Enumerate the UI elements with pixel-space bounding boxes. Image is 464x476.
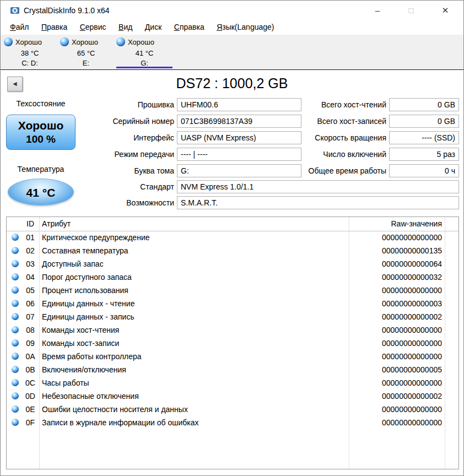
smart-row[interactable]: 07 Единицы данных - запись 0000000000000… xyxy=(7,310,458,323)
cell-id: 07 xyxy=(22,310,39,323)
row-status-orb-icon xyxy=(12,273,19,280)
health-status-button[interactable]: Хорошо 100 % xyxy=(6,115,75,150)
field-value-firmware[interactable]: UHFM00.6 xyxy=(177,98,301,111)
cell-attribute: Порог доступного запаса xyxy=(42,271,132,284)
menu-item-function[interactable]: Сервис xyxy=(75,20,111,34)
field-label-host-writes: Всего хост-записей xyxy=(297,115,386,128)
cell-attribute: Ошибки целостности носителя и данных xyxy=(42,403,188,416)
field-value-serial-number[interactable]: 071C3B6998137A39 xyxy=(177,115,301,128)
row-status-orb-icon xyxy=(12,313,19,320)
smart-row[interactable]: 0D Небезопасные отключения 0000000000000… xyxy=(7,390,458,403)
field-value-rotation-rate[interactable]: ---- (SSD) xyxy=(389,131,459,144)
drive-tab-cd[interactable]: Хорошо 38 °C C: D: xyxy=(2,35,58,69)
row-status-orb-icon xyxy=(12,339,19,347)
tab-temperature: 65 °C xyxy=(58,49,114,57)
cell-id: 06 xyxy=(22,297,39,310)
row-status-orb-icon xyxy=(12,366,19,373)
smart-row[interactable]: 01 Критическое предупреждение 0000000000… xyxy=(7,231,458,244)
field-value-host-writes[interactable]: 0 GB xyxy=(389,115,459,128)
menu-item-file[interactable]: Файл xyxy=(5,20,34,34)
header-attribute: Атрибут xyxy=(42,217,71,230)
tab-temperature: 41 °C xyxy=(114,49,175,57)
field-label-serial-number: Серийный номер xyxy=(78,115,174,128)
drive-tab-g-selected[interactable]: Хорошо 41 °C G: xyxy=(114,35,175,69)
smart-row[interactable]: 08 Команды хост-чтения 00000000000000 xyxy=(7,323,458,337)
drive-status-orb-icon xyxy=(116,37,125,46)
temperature-indicator[interactable]: 41 °C xyxy=(8,178,74,205)
row-status-orb-icon xyxy=(12,405,19,413)
smart-row[interactable]: 03 Доступный запас 00000000000064 xyxy=(7,257,458,271)
field-value-transfer-mode[interactable]: ---- | ---- xyxy=(177,148,301,161)
tab-temperature: 38 °C xyxy=(2,49,58,57)
menu-item-view[interactable]: Вид xyxy=(114,20,137,34)
cell-raw: 00000000000064 xyxy=(382,257,442,271)
drive-tab-e[interactable]: Хорошо 65 °C E: xyxy=(58,35,114,69)
smart-row[interactable]: 06 Единицы данных - чтение 0000000000000… xyxy=(7,297,458,310)
cell-id: 0F xyxy=(22,416,39,429)
smart-row[interactable]: 0F Записи в журнале информации об ошибка… xyxy=(7,416,458,429)
field-value-features[interactable]: S.M.A.R.T. xyxy=(177,196,459,209)
field-value-host-reads[interactable]: 0 GB xyxy=(389,98,459,111)
field-label-power-on-hours: Общее время работы xyxy=(297,164,386,177)
cell-raw: 00000000000000 xyxy=(382,403,442,416)
field-label-features: Возможности xyxy=(78,196,174,209)
cell-raw: 00000000000002 xyxy=(382,390,442,403)
cell-raw: 00000000000003 xyxy=(382,297,442,310)
row-status-orb-icon xyxy=(12,419,19,426)
cell-attribute: Единицы данных - запись xyxy=(42,310,134,323)
menu-item-language[interactable]: Язык(Language) xyxy=(212,20,279,34)
cell-attribute: Критическое предупреждение xyxy=(42,231,150,244)
cell-id: 0E xyxy=(22,403,39,416)
cell-id: 04 xyxy=(22,271,39,284)
cell-attribute: Доступный запас xyxy=(42,257,104,271)
smart-row[interactable]: 0B Включения/отключения 00000000000005 xyxy=(7,363,458,376)
cell-attribute: Небезопасные отключения xyxy=(42,390,139,403)
titlebar[interactable]: CrystalDiskInfo 9.1.0 x64 – □ ✕ xyxy=(1,1,463,20)
menu-item-help[interactable]: Справка xyxy=(169,20,209,34)
minimize-button[interactable]: – xyxy=(365,2,390,19)
smart-row[interactable]: 02 Составная температура 00000000000135 xyxy=(7,244,458,257)
field-value-interface[interactable]: UASP (NVM Express) xyxy=(177,131,301,144)
smart-row[interactable]: 0A Время работы контроллера 000000000000… xyxy=(7,350,458,363)
tab-status-label: Хорошо xyxy=(15,38,42,46)
field-label-host-reads: Всего хост-чтений xyxy=(297,98,386,111)
field-value-power-on-count[interactable]: 5 раз xyxy=(389,148,459,161)
field-value-standard[interactable]: NVM Express 1.0/1.1 xyxy=(177,180,459,193)
row-status-orb-icon xyxy=(12,379,19,386)
smart-row[interactable]: 04 Порог доступного запаса 0000000000003… xyxy=(7,271,458,284)
cell-raw: 00000000000000 xyxy=(382,376,442,390)
cell-attribute: Часы работы xyxy=(42,376,89,390)
row-status-orb-icon xyxy=(12,247,19,254)
cell-attribute: Команды хост-чтения xyxy=(42,323,119,337)
tab-drive-letters: E: xyxy=(58,59,114,67)
header-raw: Raw-значения xyxy=(391,217,442,230)
smart-row[interactable]: 05 Процент использования 00000000000000 xyxy=(7,284,458,297)
field-label-standard: Стандарт xyxy=(78,180,174,193)
menu-item-disk[interactable]: Диск xyxy=(140,20,166,34)
temperature-value: 41 °C xyxy=(26,186,56,199)
row-status-orb-icon xyxy=(12,300,19,307)
smart-row[interactable]: 09 Команды хост-записи 00000000000000 xyxy=(7,337,458,350)
tab-status-label: Хорошо xyxy=(128,38,154,46)
smart-row[interactable]: 0E Ошибки целостности носителя и данных … xyxy=(7,403,458,416)
field-label-firmware: Прошивка xyxy=(78,98,174,111)
smart-table: ID Атрибут Raw-значения 01 Критическое п… xyxy=(6,217,459,469)
close-button[interactable]: ✕ xyxy=(433,2,458,19)
window-title: CrystalDiskInfo 9.1.0 x64 xyxy=(24,6,110,15)
cell-attribute: Включения/отключения xyxy=(42,363,126,376)
cell-raw: 00000000000002 xyxy=(382,310,442,323)
drive-status-orb-icon xyxy=(4,37,13,46)
tab-drive-letters: C: D: xyxy=(2,59,58,67)
field-value-drive-letter[interactable]: G: xyxy=(177,164,301,177)
menu-item-edit[interactable]: Правка xyxy=(36,20,72,34)
cell-id: 08 xyxy=(22,323,39,337)
maximize-button[interactable]: □ xyxy=(398,2,424,19)
menubar: Файл Правка Сервис Вид Диск Справка Язык… xyxy=(1,20,463,35)
field-value-power-on-hours[interactable]: 0 ч xyxy=(389,164,459,177)
field-label-interface: Интерфейс xyxy=(78,131,174,144)
cell-raw: 00000000000000 xyxy=(382,350,442,363)
tab-drive-letters: G: xyxy=(114,59,175,67)
smart-row[interactable]: 0C Часы работы 00000000000000 xyxy=(7,376,458,390)
row-status-orb-icon xyxy=(12,260,19,267)
drive-status-orb-icon xyxy=(60,37,69,46)
